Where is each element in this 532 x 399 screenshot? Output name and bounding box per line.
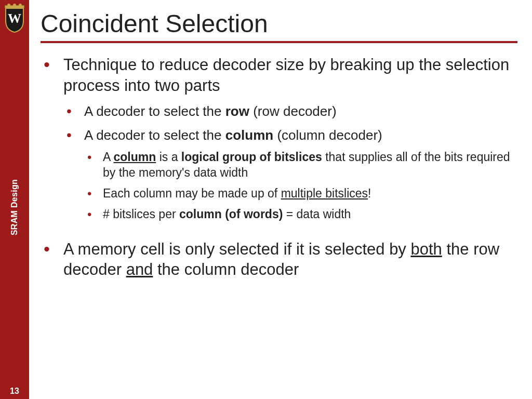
slide: W SRAM Design 13 Coincident Selection Te… (0, 0, 532, 399)
text: ! (368, 187, 371, 200)
text: A decoder to select the (84, 103, 225, 119)
text: is a (156, 150, 181, 164)
bullet-l1-1: A memory cell is only selected if it is … (41, 239, 517, 280)
bullet-list-level2: A decoder to select the row (row decoder… (63, 103, 517, 222)
text: (column decoder) (273, 127, 382, 143)
bullet-l2-0: A decoder to select the row (row decoder… (63, 103, 517, 121)
sidebar-label: SRAM Design (10, 179, 19, 235)
text: Each column may be made up of (103, 187, 281, 200)
bullet-l2-1: A decoder to select the column (column d… (63, 127, 517, 222)
text-bold-underline: column (113, 150, 156, 164)
text: Technique to reduce decoder size by brea… (63, 56, 509, 95)
text: A (103, 150, 113, 164)
text-underline: and (126, 260, 153, 278)
bullet-list-level1: Technique to reduce decoder size by brea… (41, 55, 517, 280)
text: (row decoder) (249, 103, 337, 119)
text-bold: logical group of bitslices (181, 150, 322, 164)
bullet-list-level3: A column is a logical group of bitslices… (84, 150, 517, 222)
bullet-l3-0: A column is a logical group of bitslices… (84, 150, 517, 181)
sidebar: W SRAM Design 13 (0, 0, 29, 399)
text: A memory cell is only selected if it is … (63, 240, 410, 258)
title-rule (41, 41, 517, 43)
bullet-l3-2: # bitslices per column (of words) = data… (84, 207, 517, 222)
svg-point-2 (19, 4, 22, 7)
page-number: 13 (0, 387, 29, 396)
content-area: Coincident Selection Technique to reduce… (29, 0, 532, 399)
svg-point-1 (13, 4, 16, 7)
bullet-l3-1: Each column may be made up of multiple b… (84, 186, 517, 202)
text: A decoder to select the (84, 127, 225, 143)
text: the column decoder (153, 260, 299, 278)
crest-icon: W (3, 2, 26, 35)
text-bold: column (of words) (179, 207, 283, 221)
text-bold: row (225, 103, 249, 119)
text: = data width (283, 207, 351, 221)
text-underline: both (410, 240, 442, 258)
text-bold: column (225, 127, 273, 143)
text-underline: multiple bitslices (281, 187, 368, 200)
bullet-l1-0: Technique to reduce decoder size by brea… (41, 55, 517, 222)
text: # bitslices per (103, 207, 179, 221)
svg-point-0 (7, 4, 10, 7)
svg-text:W: W (8, 11, 21, 26)
slide-title: Coincident Selection (41, 9, 517, 38)
